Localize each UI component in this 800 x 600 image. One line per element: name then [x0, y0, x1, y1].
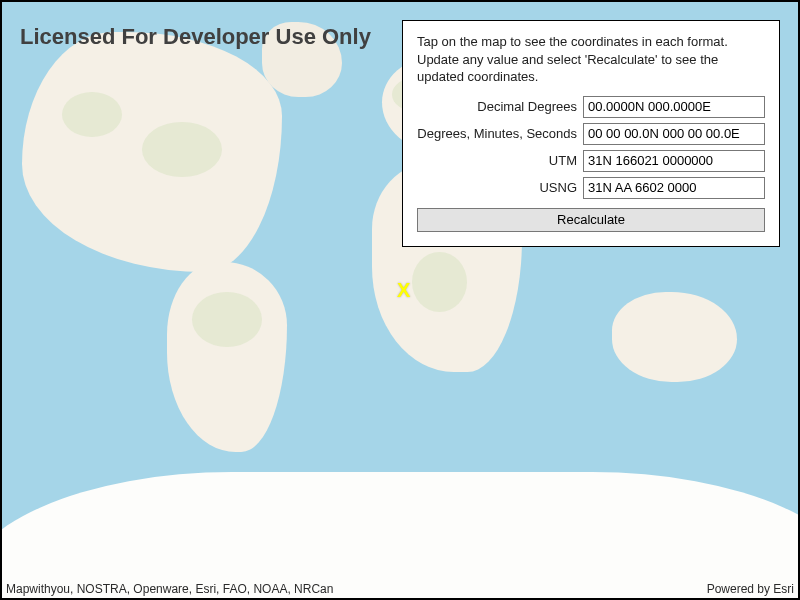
map-attribution-left: Mapwithyou, NOSTRA, Openware, Esri, FAO,… [6, 582, 333, 596]
input-dms[interactable] [583, 123, 765, 145]
vegetation-patch [412, 252, 467, 312]
input-usng[interactable] [583, 177, 765, 199]
landmass-south-america [167, 262, 287, 452]
label-decimal-degrees: Decimal Degrees [417, 99, 577, 114]
vegetation-patch [62, 92, 122, 137]
row-utm: UTM [417, 150, 765, 172]
label-usng: USNG [417, 180, 577, 195]
map-marker-icon: X [397, 280, 410, 300]
row-usng: USNG [417, 177, 765, 199]
label-utm: UTM [417, 153, 577, 168]
input-utm[interactable] [583, 150, 765, 172]
developer-watermark: Licensed For Developer Use Only [20, 24, 371, 50]
label-dms: Degrees, Minutes, Seconds [417, 126, 577, 141]
landmass-australia [612, 292, 737, 382]
map-attribution-right: Powered by Esri [707, 582, 794, 596]
row-dms: Degrees, Minutes, Seconds [417, 123, 765, 145]
vegetation-patch [142, 122, 222, 177]
recalculate-button[interactable]: Recalculate [417, 208, 765, 232]
landmass-antarctica [0, 472, 800, 600]
coordinate-panel: Tap on the map to see the coordinates in… [402, 20, 780, 247]
vegetation-patch [192, 292, 262, 347]
panel-instructions: Tap on the map to see the coordinates in… [417, 33, 765, 86]
row-decimal-degrees: Decimal Degrees [417, 96, 765, 118]
input-decimal-degrees[interactable] [583, 96, 765, 118]
